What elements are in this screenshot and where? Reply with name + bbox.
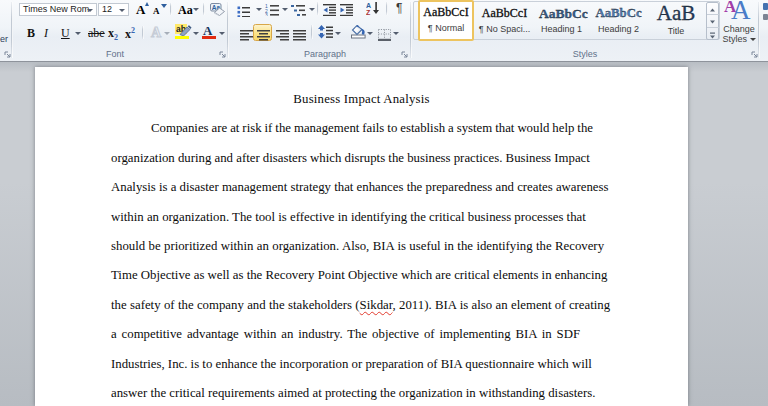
svg-text:A: A [366,2,371,9]
svg-text:3: 3 [265,12,268,16]
svg-text:Z: Z [366,9,371,15]
